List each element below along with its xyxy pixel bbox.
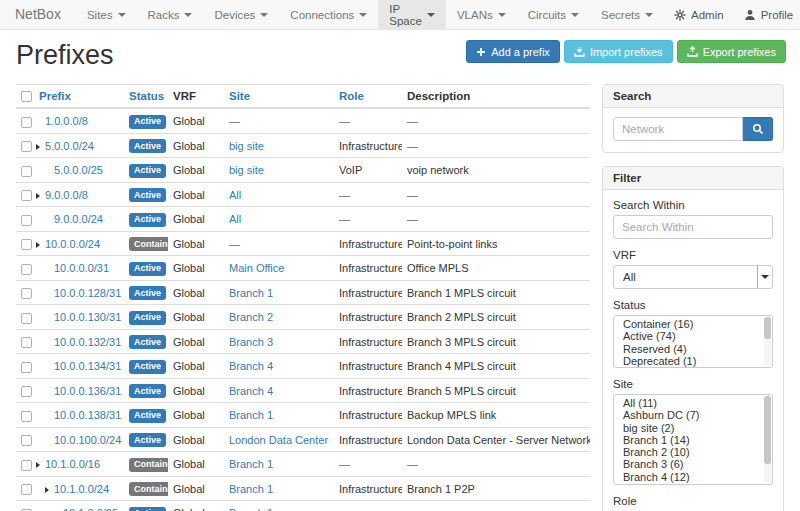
row-checkbox[interactable]	[21, 288, 32, 299]
row-checkbox[interactable]	[21, 313, 32, 324]
prefix-link[interactable]: 1.0.0.0/8	[45, 115, 88, 127]
prefix-link[interactable]: 5.0.0.0/25	[54, 164, 103, 176]
row-checkbox[interactable]	[21, 215, 32, 226]
nav-item-circuits[interactable]: Circuits	[517, 0, 590, 29]
action-buttons: Add a prefix Import prefixes Export pref…	[466, 40, 786, 63]
prefix-link[interactable]: 10.0.0.128/31	[54, 287, 121, 299]
table-row: 10.0.0.0/31ActiveGlobalMain OfficeInfras…	[16, 256, 590, 281]
search-input[interactable]	[613, 117, 743, 141]
search-panel-title: Search	[603, 85, 783, 108]
description-value: Branch 1 MPLS circuit	[407, 287, 516, 299]
sort-site[interactable]: Site	[229, 90, 250, 102]
site-link[interactable]: Branch 1	[229, 409, 273, 421]
prefix-link[interactable]: 10.0.100.0/24	[54, 434, 121, 446]
prefix-link[interactable]: 10.0.0.138/31	[54, 409, 121, 421]
prefix-link[interactable]: 9.0.0.0/8	[45, 189, 88, 201]
search-within-input[interactable]	[613, 215, 773, 239]
site-option[interactable]: Branch 2 (10)	[614, 446, 762, 458]
nav-item-vlans[interactable]: VLANs	[446, 0, 517, 29]
prefix-link[interactable]: 10.0.0.0/31	[54, 262, 109, 274]
sort-role[interactable]: Role	[339, 90, 364, 102]
site-option[interactable]: Branch 1 (14)	[614, 434, 762, 446]
prefix-link[interactable]: 9.0.0.0/24	[54, 213, 103, 225]
row-checkbox[interactable]	[21, 362, 32, 373]
prefix-link[interactable]: 10.0.0.130/31	[54, 311, 121, 323]
site-link[interactable]: big site	[229, 164, 264, 176]
prefix-link[interactable]: 10.0.0.136/31	[54, 385, 121, 397]
site-link[interactable]: big site	[229, 140, 264, 152]
status-option[interactable]: Deprecated (1)	[614, 355, 762, 367]
site-link[interactable]: Branch 4	[229, 360, 273, 372]
nav-item-secrets[interactable]: Secrets	[590, 0, 664, 29]
site-option[interactable]: Branch 5 (7)	[614, 483, 762, 485]
site-link[interactable]: Main Office	[229, 262, 284, 274]
sort-status[interactable]: Status	[129, 90, 164, 102]
row-checkbox[interactable]	[21, 141, 32, 152]
import-prefixes-button[interactable]: Import prefixes	[564, 40, 673, 63]
prefix-link[interactable]: 10.1.0.0/25	[63, 507, 118, 511]
site-link[interactable]: All	[229, 213, 241, 225]
status-option[interactable]: Active (74)	[614, 330, 762, 342]
prefix-link[interactable]: 10.0.0.132/31	[54, 336, 121, 348]
prefix-link[interactable]: 10.1.0.0/16	[45, 458, 100, 470]
site-listbox[interactable]: All (11)Ashburn DC (7)big site (2)Branch…	[613, 394, 773, 485]
site-option[interactable]: All (11)	[614, 397, 762, 409]
site-link[interactable]: Branch 1	[229, 507, 273, 511]
profile-link[interactable]: Profile	[734, 0, 800, 29]
description-value: Office MPLS	[407, 262, 469, 274]
row-checkbox[interactable]	[21, 264, 32, 275]
site-link[interactable]: Branch 4	[229, 385, 273, 397]
select-all-checkbox[interactable]	[21, 91, 32, 102]
status-option[interactable]: Reserved (4)	[614, 343, 762, 355]
row-checkbox[interactable]	[21, 337, 32, 348]
add-prefix-button[interactable]: Add a prefix	[466, 40, 560, 63]
export-prefixes-button[interactable]: Export prefixes	[677, 40, 786, 63]
nav-item-devices[interactable]: Devices	[203, 0, 279, 29]
site-option[interactable]: Ashburn DC (7)	[614, 409, 762, 421]
export-prefixes-label: Export prefixes	[703, 46, 776, 58]
status-option[interactable]: Container (16)	[614, 318, 762, 330]
row-checkbox[interactable]	[21, 239, 32, 250]
admin-link[interactable]: Admin	[664, 0, 734, 29]
site-option[interactable]: Branch 4 (12)	[614, 471, 762, 483]
site-link[interactable]: Branch 1	[229, 287, 273, 299]
site-link[interactable]: Branch 1	[229, 483, 273, 495]
row-checkbox[interactable]	[21, 460, 32, 471]
row-checkbox[interactable]	[21, 411, 32, 422]
sort-prefix[interactable]: Prefix	[39, 90, 71, 102]
row-checkbox[interactable]	[21, 117, 32, 128]
row-checkbox[interactable]	[21, 435, 32, 446]
prefix-link[interactable]: 10.1.0.0/24	[54, 483, 109, 495]
site-link[interactable]: Branch 2	[229, 311, 273, 323]
site-link[interactable]: Branch 1	[229, 458, 273, 470]
col-description-label: Description	[407, 90, 470, 102]
nav-item-racks[interactable]: Racks	[137, 0, 204, 29]
row-checkbox[interactable]	[21, 386, 32, 397]
brand-logo[interactable]: NetBox	[0, 0, 76, 29]
row-checkbox[interactable]	[21, 484, 32, 495]
prefix-link[interactable]: 10.0.0.134/31	[54, 360, 121, 372]
scrollbar[interactable]	[764, 396, 771, 483]
site-link[interactable]: Branch 3	[229, 336, 273, 348]
site-link[interactable]: All	[229, 189, 241, 201]
status-listbox[interactable]: Container (16)Active (74)Reserved (4)Dep…	[613, 315, 773, 368]
description-value: —	[407, 115, 418, 127]
site-option[interactable]: big site (2)	[614, 422, 762, 434]
nav-item-ip-space[interactable]: IP Space	[378, 0, 446, 29]
prefix-link[interactable]: 10.0.0.0/24	[45, 238, 100, 250]
row-checkbox[interactable]	[21, 166, 32, 177]
nav-item-connections[interactable]: Connections	[279, 0, 378, 29]
site-option[interactable]: Branch 3 (6)	[614, 458, 762, 470]
table-row: 10.0.0.134/31ActiveGlobalBranch 4Infrast…	[16, 354, 590, 379]
scrollbar[interactable]	[764, 317, 771, 366]
site-link[interactable]: London Data Center	[229, 434, 328, 446]
vrf-select[interactable]: All	[613, 265, 773, 289]
status-label: Status	[613, 299, 773, 311]
nav-item-sites[interactable]: Sites	[76, 0, 137, 29]
role-value: —	[339, 189, 350, 201]
row-checkbox[interactable]	[21, 190, 32, 201]
prefix-link[interactable]: 5.0.0.0/24	[45, 140, 94, 152]
description-value: Branch 3 MPLS circuit	[407, 336, 516, 348]
search-button[interactable]	[743, 117, 773, 141]
description-value: Branch 4 MPLS circuit	[407, 360, 516, 372]
